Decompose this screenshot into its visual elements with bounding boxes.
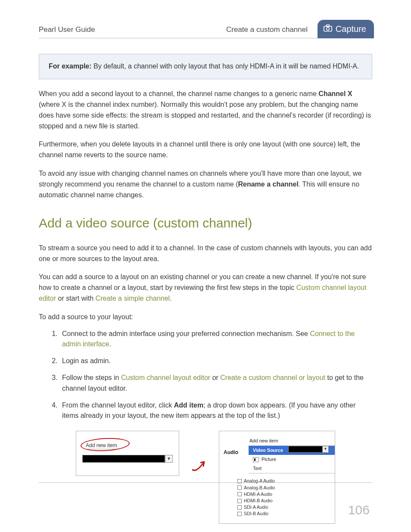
steps-list: Connect to the admin interface using you…	[39, 329, 372, 422]
paragraph-1a: When you add a second layout to a channe…	[39, 90, 318, 97]
add-new-item-header: Add new item	[249, 437, 335, 445]
paragraph-1: When you add a second layout to a channe…	[39, 89, 372, 131]
steps-lead: To add a source to your layout:	[39, 312, 372, 323]
step-2: Login as admin.	[59, 356, 372, 367]
audio-item-label: HDMI-A Audio	[244, 491, 272, 498]
audio-item-label: Analog-B Audio	[244, 485, 275, 491]
arrow-icon	[190, 457, 208, 474]
figure-right-panel: Audio Add new item Video Source Picture …	[219, 431, 335, 524]
capture-tab[interactable]: Capture	[318, 20, 374, 38]
audio-item[interactable]: SDI-B Audio	[237, 510, 335, 517]
audio-item[interactable]: SDI-A Audio	[237, 504, 335, 510]
video-source-dropdown[interactable]: ▼	[288, 446, 329, 453]
add-item-term: Add item	[174, 401, 203, 409]
audio-section-label: Audio	[224, 448, 237, 529]
section-intro-2c: .	[170, 295, 171, 302]
checkbox-icon[interactable]	[237, 485, 242, 490]
picture-icon	[253, 457, 259, 462]
link-create-custom-channel[interactable]: Create a custom channel or layout	[220, 374, 325, 381]
add-new-item-label: Add new item	[86, 442, 117, 449]
section-intro-2b: or start with	[56, 295, 96, 302]
guide-title: Pearl User Guide	[39, 24, 226, 35]
note-text: By default, a channel with only layout t…	[92, 62, 359, 70]
step-1b: .	[109, 340, 111, 348]
chevron-down-icon[interactable]: ▼	[322, 446, 328, 452]
checkbox-icon[interactable]	[237, 499, 242, 503]
step-1: Connect to the admin interface using you…	[59, 329, 372, 350]
link-create-simple-channel[interactable]: Create a simple channel	[96, 295, 170, 302]
audio-source-list: Analog-A Audio Analog-B Audio HDMI-A Aud…	[237, 478, 335, 517]
paragraph-1c: (where X is the channel index number). N…	[39, 101, 371, 130]
menu-item-text[interactable]: Text	[249, 464, 335, 473]
figure-add-item: Add new item ▼ Audio Add new item Video …	[39, 431, 372, 524]
step-3: Follow the steps in Custom channel layou…	[59, 373, 372, 394]
audio-item-label: HDMI-B Audio	[244, 498, 273, 504]
chevron-down-icon[interactable]: ▼	[165, 455, 173, 463]
audio-item-label: SDI-B Audio	[244, 510, 268, 517]
link-custom-channel-layout-editor-2[interactable]: Custom channel layout editor	[121, 374, 210, 381]
audio-item[interactable]: HDMI-A Audio	[237, 491, 335, 498]
step-3a: Follow the steps in	[62, 374, 121, 381]
section-intro-2: You can add a source to a layout on an e…	[39, 272, 372, 304]
step-4: From the channel layout editor, click Ad…	[59, 400, 372, 422]
source-dropdown[interactable]: ▼	[82, 455, 173, 463]
figure-left-panel: Add new item ▼	[76, 431, 179, 476]
checkbox-icon[interactable]	[237, 505, 242, 510]
channel-x-term: Channel X	[318, 90, 352, 97]
checkbox-icon[interactable]	[237, 492, 242, 496]
footer-divider	[39, 482, 372, 483]
note-lead: For example:	[49, 62, 92, 70]
page-number: 106	[348, 500, 370, 520]
svg-point-2	[327, 28, 330, 31]
audio-item-label: Analog-A Audio	[244, 478, 275, 484]
menu-item-picture-label: Picture	[262, 456, 276, 463]
svg-rect-1	[327, 25, 330, 27]
audio-item[interactable]: Analog-B Audio	[237, 485, 335, 491]
capture-tab-label: Capture	[336, 22, 366, 36]
paragraph-3: To avoid any issue with changing channel…	[39, 168, 372, 200]
menu-item-picture[interactable]: Picture	[249, 455, 335, 464]
audio-item[interactable]: HDMI-B Audio	[237, 498, 335, 504]
rename-channel-term: Rename a channel	[238, 180, 299, 188]
checkbox-icon[interactable]	[237, 512, 242, 516]
paragraph-2: Furthermore, when you delete layouts in …	[39, 139, 372, 161]
step-3b: or	[210, 374, 220, 381]
section-heading: Add a video source (custom channel)	[39, 213, 372, 233]
audio-item-label: SDI-A Audio	[244, 504, 268, 510]
step-1a: Connect to the admin interface using you…	[62, 330, 310, 337]
example-note: For example: By default, a channel with …	[39, 54, 372, 79]
breadcrumb: Create a custom channel	[226, 24, 308, 35]
page-header: Pearl User Guide Create a custom channel…	[39, 24, 372, 38]
add-new-item-link[interactable]: Add new item	[86, 442, 173, 450]
source-dropdown-field	[82, 455, 165, 463]
step-4a: From the channel layout editor, click	[62, 401, 174, 409]
audio-item[interactable]: Analog-A Audio	[237, 478, 335, 484]
camera-icon	[324, 22, 332, 36]
section-intro-1: To stream a source you need to add it to…	[39, 243, 372, 264]
